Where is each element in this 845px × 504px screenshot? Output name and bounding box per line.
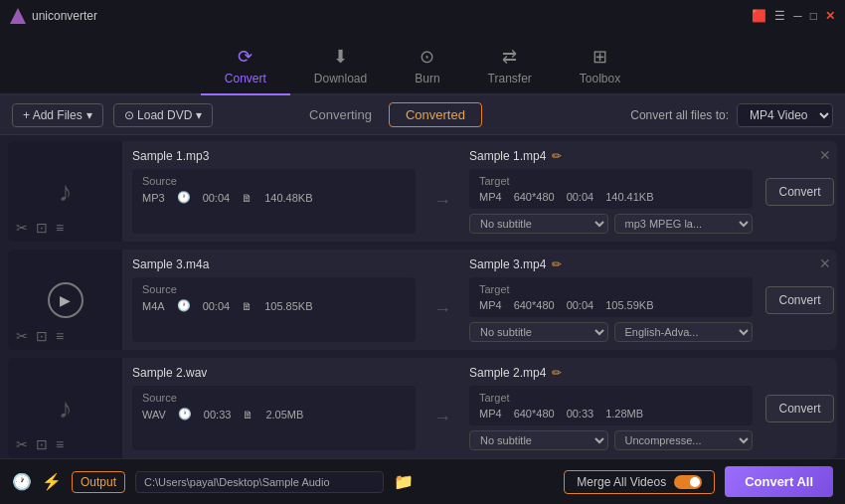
edit-icon-1[interactable]: ✏ (552, 149, 562, 163)
nav-transfer[interactable]: ⇄ Transfer (464, 38, 556, 93)
convert-button-3[interactable]: Convert (765, 395, 833, 422)
source-box-3: Source WAV 🕐 00:33 🗎 2.05MB (132, 386, 416, 450)
merge-label: Merge All Videos (577, 475, 666, 489)
bottom-bar: 🕐 ⚡ Output 📁 Merge All Videos Convert Al… (0, 458, 845, 504)
file-row-2: ▶ ✂ ⊡ ≡ Sample 3.m4a Source M4A 🕐 00:04 … (8, 250, 837, 350)
maximize-icon[interactable]: □ (810, 9, 817, 23)
play-button-2[interactable]: ▶ (48, 282, 84, 318)
source-size-3: 2.05MB (265, 409, 303, 420)
file-right-1: Sample 1.mp4 ✏ Target MP4 640*480 00:04 … (459, 141, 762, 242)
audio-select-3[interactable]: Uncompresse... (614, 430, 754, 450)
toolbox-icon: ⊞ (592, 46, 607, 68)
tab-group: Converting Converted (292, 102, 482, 127)
nav-toolbox-label: Toolbox (580, 72, 620, 85)
load-dvd-label: ⊙ Load DVD (124, 108, 193, 122)
target-name-row-2: Sample 3.mp4 ✏ (469, 257, 753, 271)
burn-icon: ⊙ (420, 46, 434, 68)
subtitle-select-2[interactable]: No subtitle (469, 322, 608, 342)
merge-group: Merge All Videos (564, 470, 715, 494)
source-size-2: 105.85KB (264, 300, 312, 312)
load-dvd-dropdown-icon[interactable]: ▾ (196, 108, 202, 122)
subtitle-audio-row-1: No subtitle mp3 MPEG la... (469, 214, 753, 234)
settings-icon[interactable]: ≡ (56, 220, 64, 236)
source-duration-1: 00:04 (203, 192, 231, 204)
nav-convert[interactable]: ⟳ Convert (201, 38, 290, 93)
flash-icon[interactable]: ⚡ (42, 472, 62, 491)
music-icon: ♪ (59, 176, 73, 208)
convert-button-2[interactable]: Convert (765, 286, 833, 314)
thumbnail-tools-1: ✂ ⊡ ≡ (16, 220, 64, 236)
edit-icon-3[interactable]: ✏ (552, 366, 562, 380)
nav-burn-label: Burn (415, 72, 439, 85)
target-box-2: Target MP4 640*480 00:04 105.59KB (469, 277, 753, 317)
warning-icon[interactable]: 🟥 (752, 9, 766, 23)
convert-button-1[interactable]: Convert (765, 178, 833, 206)
target-format-2: MP4 (479, 299, 502, 311)
subtitle-audio-row-2: No subtitle English-Adva... (469, 322, 753, 342)
cut-icon[interactable]: ✂ (16, 220, 28, 236)
settings-icon-3[interactable]: ≡ (56, 436, 64, 452)
close-row-2[interactable]: ✕ (819, 255, 831, 271)
audio-select-1[interactable]: mp3 MPEG la... (614, 214, 754, 234)
add-files-label: + Add Files (23, 108, 83, 122)
crop-icon-3[interactable]: ⊡ (36, 436, 48, 452)
file-right-2: Sample 3.mp4 ✏ Target MP4 640*480 00:04 … (459, 250, 762, 350)
nav-burn[interactable]: ⊙ Burn (391, 38, 463, 93)
target-box-1: Target MP4 640*480 00:04 140.41KB (469, 169, 753, 209)
load-dvd-button[interactable]: ⊙ Load DVD ▾ (113, 103, 214, 127)
target-resolution-1: 640*480 (514, 191, 555, 203)
source-box-2: Source M4A 🕐 00:04 🗎 105.85KB (132, 277, 416, 342)
folder-icon[interactable]: 📁 (394, 472, 414, 491)
target-size-1: 140.41KB (605, 191, 653, 203)
settings-icon-2[interactable]: ≡ (56, 328, 64, 344)
hamburger-icon[interactable]: ☰ (774, 9, 785, 23)
edit-icon-2[interactable]: ✏ (552, 257, 562, 271)
nav-download[interactable]: ⬇ Download (290, 38, 391, 93)
minimize-icon[interactable]: ─ (793, 9, 802, 23)
close-row-1[interactable]: ✕ (819, 147, 831, 163)
close-icon[interactable]: ✕ (825, 9, 835, 23)
file-name-1: Sample 1.mp3 (132, 149, 416, 163)
target-format-3: MP4 (479, 408, 502, 420)
toolbar: + Add Files ▾ ⊙ Load DVD ▾ Converting Co… (0, 95, 845, 135)
file-name-3: Sample 2.wav (132, 366, 416, 380)
convert-all-button[interactable]: Convert All (725, 466, 833, 497)
nav-download-label: Download (314, 72, 367, 85)
tab-converting[interactable]: Converting (292, 102, 389, 127)
source-duration-icon-3: 🕐 (178, 408, 192, 420)
subtitle-select-3[interactable]: No subtitle (469, 430, 608, 450)
add-files-dropdown-icon[interactable]: ▾ (86, 108, 92, 122)
target-size-2: 105.59KB (605, 299, 653, 311)
thumbnail-tools-3: ✂ ⊡ ≡ (16, 436, 64, 452)
source-duration-2: 00:04 (203, 300, 231, 312)
convert-all-files: Convert all files to: MP4 Video (630, 103, 833, 127)
file-middle-3: Sample 2.wav Source WAV 🕐 00:33 🗎 2.05MB (122, 358, 425, 458)
output-path-input[interactable] (135, 471, 384, 493)
audio-select-2[interactable]: English-Adva... (614, 322, 754, 342)
source-size-1: 140.48KB (264, 192, 312, 204)
add-files-button[interactable]: + Add Files ▾ (12, 103, 103, 127)
file-middle-1: Sample 1.mp3 Source MP3 🕐 00:04 🗎 140.48… (122, 141, 425, 242)
convert-btn-area-3: Convert (762, 358, 837, 458)
target-duration-3: 00:33 (567, 408, 594, 420)
target-details-3: MP4 640*480 00:33 1.28MB (479, 408, 743, 420)
convert-all-label: Convert all files to: (630, 108, 729, 122)
subtitle-select-1[interactable]: No subtitle (469, 214, 608, 234)
title-bar-left: uniconverter (10, 8, 97, 24)
output-label[interactable]: Output (72, 471, 125, 493)
cut-icon-3[interactable]: ✂ (16, 436, 28, 452)
history-icon[interactable]: 🕐 (12, 472, 32, 491)
title-bar-controls: 🟥 ☰ ─ □ ✕ (752, 9, 835, 23)
target-resolution-2: 640*480 (514, 299, 555, 311)
music-icon-3: ♪ (59, 393, 73, 424)
target-name-2: Sample 3.mp4 (469, 257, 546, 271)
title-bar: uniconverter 🟥 ☰ ─ □ ✕ (0, 0, 845, 32)
source-duration-3: 00:33 (204, 409, 232, 420)
merge-toggle[interactable] (674, 475, 702, 489)
crop-icon-2[interactable]: ⊡ (36, 328, 48, 344)
tab-converted[interactable]: Converted (389, 102, 482, 127)
nav-toolbox[interactable]: ⊞ Toolbox (556, 38, 644, 93)
crop-icon[interactable]: ⊡ (36, 220, 48, 236)
format-select[interactable]: MP4 Video (737, 103, 833, 127)
cut-icon-2[interactable]: ✂ (16, 328, 28, 344)
